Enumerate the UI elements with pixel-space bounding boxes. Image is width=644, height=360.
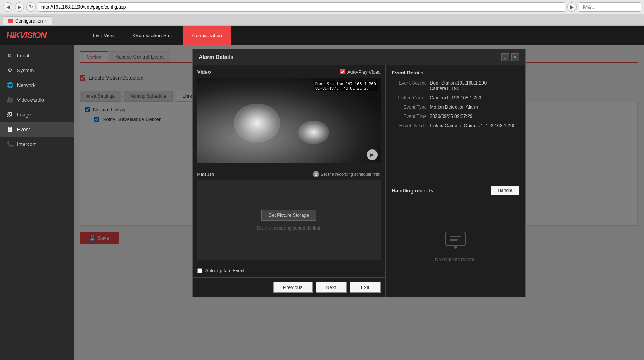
svg-rect-0 — [446, 232, 465, 246]
sidebar: 🖥 Local ⚙ System 🌐 Network 🎥 Video/Audio… — [0, 45, 74, 360]
picture-subtitle: Set the recording schedule first. — [256, 225, 322, 231]
app-header: HIKVISION Live View Organization Str... … — [0, 26, 644, 45]
search-bar[interactable] — [579, 2, 641, 12]
event-key-cam: Linked Cam... — [392, 95, 427, 100]
system-icon: ⚙ — [6, 67, 13, 74]
alarm-modal-body: Video Auto-Play Video — [193, 65, 525, 297]
warning-icon: ℹ — [313, 171, 319, 177]
alarm-modal: Alarm Details □ × Video — [192, 49, 526, 297]
content-area: Motion Access Control Event Enable Motio… — [74, 45, 644, 360]
sidebar-label-image: Image — [17, 112, 31, 118]
network-icon: 🌐 — [6, 81, 13, 88]
image-icon: 🖼 — [6, 111, 13, 118]
browser-tab[interactable]: Configuration × — [3, 16, 52, 25]
sidebar-label-event: Event — [17, 126, 30, 132]
top-nav: Live View Organization Str... Configurat… — [84, 26, 231, 45]
sidebar-item-video-audio[interactable]: 🎥 Video/Audio — [0, 92, 74, 107]
auto-update-checkbox[interactable] — [197, 268, 202, 273]
picture-label: Picture — [197, 171, 214, 177]
no-record-text: No handling record. — [435, 257, 476, 262]
go-button[interactable]: ▶ — [567, 2, 577, 12]
auto-update-label: Auto-Update Event — [205, 268, 245, 273]
sidebar-item-event[interactable]: 📋 Event — [0, 122, 74, 137]
event-val-cam: Camera1_192.168.1.200 — [430, 95, 519, 100]
app-logo: HIKVISION — [6, 30, 68, 40]
alarm-left-panel: Video Auto-Play Video — [193, 65, 386, 297]
event-val-details: Linked Camera: Camera1_192.168.1.200 — [430, 123, 519, 128]
exit-button[interactable]: Exit — [350, 282, 381, 293]
autoplay-checkbox[interactable] — [340, 69, 345, 74]
close-button[interactable]: × — [511, 53, 519, 61]
sidebar-item-image[interactable]: 🖼 Image — [0, 107, 74, 122]
intercom-icon: 📞 — [6, 140, 13, 147]
nav-configuration[interactable]: Configuration — [183, 26, 231, 45]
nav-live-view[interactable]: Live View — [84, 26, 124, 45]
favicon-icon — [8, 19, 13, 23]
picture-warning-text: Set the recording schedule first. — [321, 172, 381, 177]
video-audio-icon: 🎥 — [6, 96, 13, 103]
sidebar-label-intercom: Intercom — [17, 141, 37, 147]
sidebar-item-system[interactable]: ⚙ System — [0, 63, 74, 78]
sidebar-label-network: Network — [17, 82, 36, 88]
sidebar-label-local: Local — [17, 53, 29, 59]
sidebar-item-local[interactable]: 🖥 Local — [0, 48, 74, 63]
alarm-right-panel: Event Details Event Source Door Station:… — [386, 65, 525, 297]
autoplay-label: Auto-Play Video — [347, 69, 381, 75]
svg-rect-1 — [450, 236, 461, 237]
sidebar-item-intercom[interactable]: 📞 Intercom — [0, 137, 74, 151]
event-key-details: Event Details — [392, 123, 427, 128]
video-frame[interactable]: Door Station 192.168.1.20001-01-1970 Thu… — [197, 78, 381, 163]
nav-org-structure[interactable]: Organization Str... — [124, 26, 183, 45]
event-row-cam: Linked Cam... Camera1_192.168.1.200 — [392, 95, 519, 100]
forward-button[interactable]: ▶ — [15, 2, 24, 12]
autoplay-row: Auto-Play Video — [340, 69, 381, 75]
video-timestamp: Door Station 192.168.1.20001-01-1970 Thu… — [314, 81, 378, 91]
event-details-title: Event Details — [392, 70, 519, 76]
tab-title-label: Configuration — [15, 18, 43, 24]
auto-update-row: Auto-Update Event — [193, 264, 385, 277]
picture-warning: ℹ Set the recording schedule first. — [313, 171, 381, 177]
handling-title: Handling records — [392, 188, 433, 194]
alarm-modal-title: Alarm Details — [199, 54, 233, 60]
event-key-time: Event Time — [392, 114, 427, 119]
url-bar[interactable] — [38, 2, 565, 12]
event-icon: 📋 — [6, 126, 13, 133]
event-details-section: Event Details Event Source Door Station:… — [386, 65, 525, 181]
alarm-modal-header: Alarm Details □ × — [193, 49, 525, 65]
event-key-type: Event Type — [392, 104, 427, 110]
no-record-area: No handling record. — [392, 200, 519, 292]
set-picture-storage-button[interactable]: Set Picture Storage — [261, 210, 316, 221]
no-record-icon — [444, 230, 467, 253]
event-row-details: Event Details Linked Camera: Camera1_192… — [392, 123, 519, 128]
event-row-source: Event Source Door Station:192.168.1.200 … — [392, 80, 519, 91]
video-label: Video — [197, 69, 211, 75]
maximize-button[interactable]: □ — [501, 53, 509, 61]
sidebar-item-network[interactable]: 🌐 Network — [0, 78, 74, 92]
event-row-type: Event Type Motion Detection Alarm — [392, 104, 519, 110]
picture-section: Picture ℹ Set the recording schedule fir… — [193, 167, 385, 264]
video-play-button[interactable]: ▶ — [367, 149, 378, 160]
modal-overlay: Alarm Details □ × Video — [74, 45, 644, 360]
event-val-type: Motion Detection Alarm — [430, 104, 519, 110]
video-header: Video Auto-Play Video — [197, 69, 381, 75]
picture-header: Picture ℹ Set the recording schedule fir… — [197, 171, 381, 177]
local-icon: 🖥 — [6, 52, 13, 59]
sidebar-label-video-audio: Video/Audio — [17, 97, 44, 103]
event-row-time: Event Time 2020/09/25 09:37:29 — [392, 114, 519, 119]
handling-header: Handling records Handle — [392, 186, 519, 195]
handle-button[interactable]: Handle — [491, 186, 519, 195]
alarm-modal-controls: □ × — [501, 53, 519, 61]
refresh-button[interactable]: ↻ — [26, 2, 36, 12]
picture-area: Set Picture Storage Set the recording sc… — [197, 180, 381, 260]
video-section: Video Auto-Play Video — [193, 65, 385, 167]
event-val-time: 2020/09/25 09:37:29 — [430, 114, 519, 119]
main-layout: 🖥 Local ⚙ System 🌐 Network 🎥 Video/Audio… — [0, 45, 644, 360]
next-button[interactable]: Next — [316, 282, 347, 293]
previous-button[interactable]: Previous — [273, 282, 313, 293]
tab-close-button[interactable]: × — [45, 19, 47, 23]
back-button[interactable]: ◀ — [3, 2, 12, 12]
sidebar-label-system: System — [17, 68, 34, 73]
svg-point-3 — [454, 246, 457, 249]
alarm-footer: Previous Next Exit — [193, 277, 385, 297]
browser-chrome: ◀ ▶ ↻ ▶ — [0, 0, 644, 14]
